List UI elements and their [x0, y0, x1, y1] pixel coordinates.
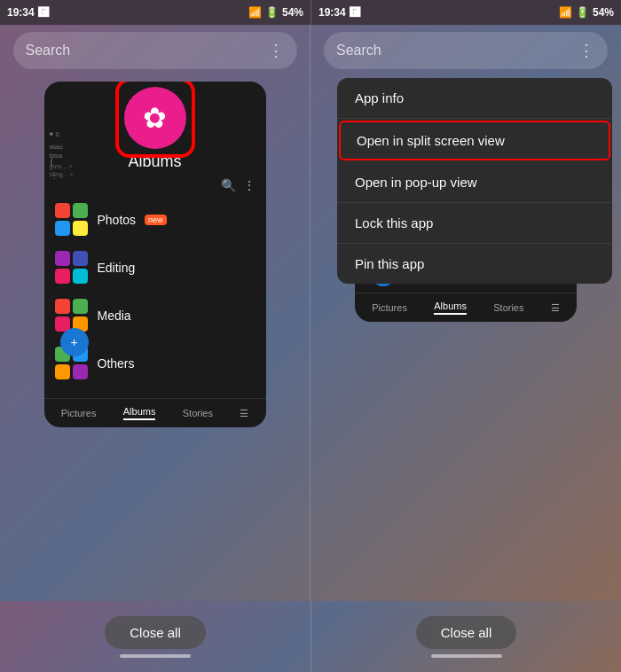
battery-level: 54%	[282, 6, 303, 19]
signal-icon-2: 📶	[559, 6, 572, 19]
status-bar-right: 📶 🔋 54%	[248, 6, 303, 19]
three-dots-icon-left[interactable]: ⋮	[268, 41, 285, 60]
search-bar-left[interactable]: Search ⋮	[13, 32, 297, 69]
app-icon-highlight: ✿	[115, 82, 195, 158]
others-label: Others	[98, 356, 135, 371]
list-item[interactable]: Editing	[51, 244, 259, 292]
nav-stories[interactable]: Stories	[183, 408, 213, 418]
phone-bottom-nav: Pictures Albums Stories ☰	[44, 398, 266, 427]
context-menu-split-screen[interactable]: Open in split screen view	[339, 121, 610, 160]
nav-stories-right[interactable]: Stories	[493, 302, 523, 313]
battery-icon: 🔋	[265, 6, 279, 19]
nav-albums[interactable]: Albums	[123, 406, 156, 420]
close-all-section-right: Close all	[310, 601, 621, 672]
photos-label: Photos	[98, 213, 137, 227]
media-label: Media	[98, 309, 131, 323]
app-icon-photos	[55, 203, 89, 237]
context-menu-lock[interactable]: Lock this app	[337, 203, 612, 244]
status-icon: 🅿	[38, 6, 49, 19]
new-badge: new	[145, 215, 167, 225]
phone-card-left: ✿ ⟨ ⋮ ♥ 0 alau bisa gura... > sung... > …	[44, 82, 266, 427]
status-icon-2: 🅿	[350, 6, 360, 19]
three-dots-icon-right[interactable]: ⋮	[578, 41, 595, 60]
search-text-left: Search	[26, 43, 71, 59]
context-menu: App info Open in split screen view Open …	[337, 78, 612, 284]
context-menu-pin[interactable]: Pin this app	[337, 244, 612, 284]
floating-action-button[interactable]: +	[60, 328, 89, 356]
context-menu-app-info[interactable]: App info	[337, 78, 612, 119]
app-icon-editing	[55, 251, 89, 285]
status-bar-right-2: 📶 🔋 54%	[559, 6, 614, 19]
status-bar-left-2: 19:34 🅿	[318, 6, 360, 19]
nav-indicator-right	[431, 654, 502, 658]
gallery-app-icon: ✿	[124, 87, 186, 149]
nav-pictures[interactable]: Pictures	[61, 408, 97, 418]
status-time: 19:34	[7, 6, 35, 19]
battery-icon-2: 🔋	[576, 6, 589, 19]
nav-pictures-right[interactable]: Pictures	[372, 302, 407, 313]
search-text-right: Search	[336, 43, 381, 59]
list-item[interactable]: Photos new	[51, 196, 259, 244]
close-all-button-right[interactable]: Close all	[416, 616, 517, 649]
signal-icon: 📶	[248, 6, 262, 19]
phone-bottom-nav-right: Pictures Albums Stories ☰	[355, 293, 577, 322]
more-options-icon[interactable]: ⋮	[243, 178, 255, 192]
right-panel: Search ⋮ App info Open in split screen v…	[310, 25, 621, 601]
nav-albums-right[interactable]: Albums	[434, 301, 467, 315]
editing-label: Editing	[98, 261, 136, 275]
left-panel: Search ⋮ ✿ ⟨ ⋮ ♥ 0 alau bisa gur	[0, 25, 310, 601]
bg-content-left: ♥ 0 alau bisa gura... > sung... >	[50, 130, 76, 178]
bottom-bar: Close all Close all	[0, 601, 621, 672]
status-bar-left: 19:34 🅿	[7, 6, 49, 19]
battery-level-2: 54%	[593, 6, 614, 19]
search-bar-right[interactable]: Search ⋮	[324, 32, 608, 69]
context-menu-popup[interactable]: Open in pop-up view	[337, 162, 612, 203]
nav-more[interactable]: ☰	[240, 408, 248, 419]
close-all-button-left[interactable]: Close all	[105, 616, 206, 649]
nav-more-right[interactable]: ☰	[551, 302, 560, 314]
search-icon-small[interactable]: 🔍	[221, 178, 236, 192]
phone-toolbar: 🔍 ⋮	[51, 178, 259, 192]
nav-indicator-left	[120, 654, 191, 658]
status-time-2: 19:34	[318, 6, 346, 19]
close-all-section-left: Close all	[0, 601, 310, 672]
